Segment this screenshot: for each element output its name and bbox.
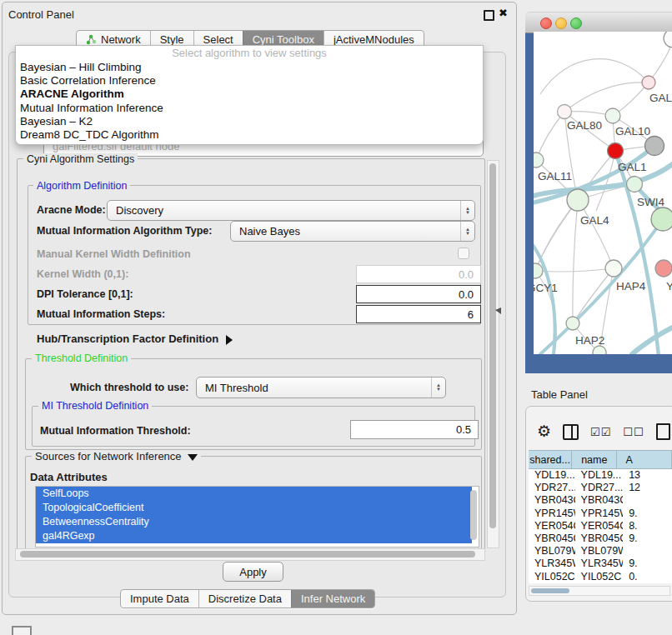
column-header[interactable]: shared... [529,451,572,468]
gear-icon[interactable]: ⚙ [537,423,551,440]
table-row[interactable]: YDR27...YDR27...12 [529,482,672,494]
network-node-bottom-node[interactable] [593,346,606,354]
network-edge[interactable] [573,268,614,323]
sources-group-title[interactable]: Sources for Network Inference [32,450,201,462]
table-scrollbar-thumb[interactable] [531,588,569,593]
network-node-HAP2[interactable] [566,317,579,330]
horizontal-scrollbar-thumb[interactable] [20,551,475,558]
float-window-icon[interactable] [484,10,494,21]
mi-threshold-field[interactable]: 0.5 [350,420,479,439]
network-node-gal-partial[interactable] [642,76,655,89]
node-label-GAL4: GAL4 [580,214,609,227]
table-panel-title: Table Panel [531,388,588,401]
network-node-GAL4[interactable] [567,189,589,211]
network-node-big-green[interactable] [651,208,672,231]
aracne-mode-combo[interactable]: Discovery ▲▼ [107,200,475,221]
screen: Control Panel ✖ NetworkStyleSelectCyni T… [0,0,672,635]
threshold-definition-title: Threshold Definition [32,352,131,364]
node-label-GAL11: GAL11 [538,170,572,182]
network-node-GAL11[interactable] [534,152,544,168]
network-node-SWI4[interactable] [627,177,643,192]
node-label-SWI4: SWI4 [637,196,664,208]
settings-horizontal-scrollbar[interactable] [15,548,485,561]
network-node-GCY1[interactable] [534,263,543,278]
close-icon[interactable]: ✖ [499,7,508,19]
settings-vertical-scrollbar[interactable] [487,160,499,548]
attribute-item[interactable]: gal4RGexp [36,529,472,543]
cyni-settings-title: Cyni Algorithm Settings [23,153,138,165]
network-edge-thick[interactable] [534,242,555,354]
which-threshold-combo[interactable]: MI Threshold ▲▼ [196,377,446,398]
mi-algorithm-type-combo[interactable]: Naive Bayes ▲▼ [230,221,475,242]
manual-kernel-checkbox[interactable] [458,248,469,259]
zoom-traffic-light-icon[interactable] [570,18,582,29]
dpi-tolerance-field[interactable]: 0.0 [356,285,481,303]
algorithm-option[interactable]: Dream8 DC_TDC Algorithm [16,128,483,142]
algorithm-dropdown-popup: Select algorithm to view settings Bayesi… [15,45,484,145]
attribute-item[interactable]: SelfLoops [36,487,472,501]
network-edge[interactable] [578,200,614,268]
dpi-tolerance-label: DPI Tolerance [0,1]: [37,288,133,300]
algorithm-option[interactable]: Mutual Information Inference [16,102,483,115]
network-edge-thick[interactable] [632,325,672,354]
tab-impute-data[interactable]: Impute Data [121,590,198,608]
table-row[interactable]: YBR045CYBR045C9. [529,532,672,545]
combo-stepper-icon: ▲▼ [460,201,474,220]
close-traffic-light-icon[interactable] [540,18,552,29]
list-scrollbar-thumb[interactable] [470,490,477,540]
table-row[interactable]: YBR043CYBR043C [529,494,672,507]
kernel-width-field[interactable]: 0.0 [356,265,481,283]
algorithm-definition-title: Algorithm Definition [33,180,130,192]
mi-steps-label: Mutual Information Steps: [37,308,165,320]
tab-infer-network[interactable]: Infer Network [291,590,374,608]
network-window-titlebar[interactable] [525,12,672,33]
mi-algorithm-type-label: Mutual Information Algorithm Type: [37,225,212,237]
network-node-HAP4[interactable] [605,260,622,277]
columns-icon[interactable] [563,424,579,440]
table-row[interactable]: YIL052CYIL052C0. [529,571,672,583]
attribute-item[interactable]: TopologicalCoefficient [36,501,472,515]
vertical-scrollbar-thumb[interactable] [489,163,496,528]
network-node-gray-node[interactable] [645,137,664,156]
table-row[interactable]: YBL079WYBL079W [529,545,672,558]
mouse-cursor [495,308,501,314]
hub-definition-toggle[interactable]: Hub/Transcription Factor Definition [37,332,233,345]
table-row[interactable]: YPR145WYPR145W9. [529,508,672,520]
node-label-GAL1: GAL1 [618,161,647,173]
algorithm-option[interactable]: Basic Correlation Inference [16,74,483,88]
control-panel-title: Control Panel [8,8,74,21]
minimized-panel-icon[interactable] [12,626,32,635]
algorithm-option[interactable]: Bayesian – Hill Climbing [16,61,483,74]
tab-discretize-data[interactable]: Discretize Data [198,590,291,608]
network-node-clipped-top[interactable] [664,32,672,48]
data-attributes-label: Data Attributes [30,471,108,483]
node-label-GAL80: GAL80 [567,119,602,132]
report-icon[interactable] [656,423,670,440]
column-header[interactable]: A [617,451,672,468]
select-all-checks-icon[interactable]: ☑☑ [590,426,611,438]
column-header[interactable]: name [572,451,617,468]
table-row[interactable]: YDL19...YDL19...13 [529,469,672,482]
network-edge[interactable] [573,200,578,323]
table-row[interactable]: YER054CYER054C8. [529,520,672,532]
network-node-GAL10[interactable] [605,108,620,123]
attribute-item[interactable]: BetweennessCentrality [36,515,472,529]
minimize-traffic-light-icon[interactable] [555,18,567,29]
table-row[interactable]: YLR345WYLR345W9. [529,558,672,570]
network-node-salmon-node[interactable] [655,260,672,277]
mi-steps-field[interactable]: 6 [356,305,481,323]
network-canvas[interactable]: GALGAL80GAL10GAL1GAL11SWI4GAL4GCY1HAP4YH… [534,32,672,354]
table-toolbar: ⚙ ☑☑ ☐☐ [537,420,672,443]
network-node-GAL80[interactable] [558,105,572,119]
table-horizontal-scrollbar[interactable] [529,586,670,596]
node-label-gal-partial: GAL [649,92,672,104]
apply-button[interactable]: Apply [223,562,283,582]
deselect-all-icon[interactable]: ☐☐ [623,426,644,438]
algorithm-option[interactable]: Bayesian – K2 [16,115,483,128]
network-edge[interactable] [536,112,564,160]
network-node-GAL1[interactable] [608,143,624,159]
algorithm-option[interactable]: ARACNE Algorithm [16,88,483,101]
network-edge[interactable] [540,59,649,94]
data-attributes-list: SelfLoopsTopologicalCoefficientBetweenne… [35,486,479,548]
node-label-salmon-node: Y [666,280,672,292]
